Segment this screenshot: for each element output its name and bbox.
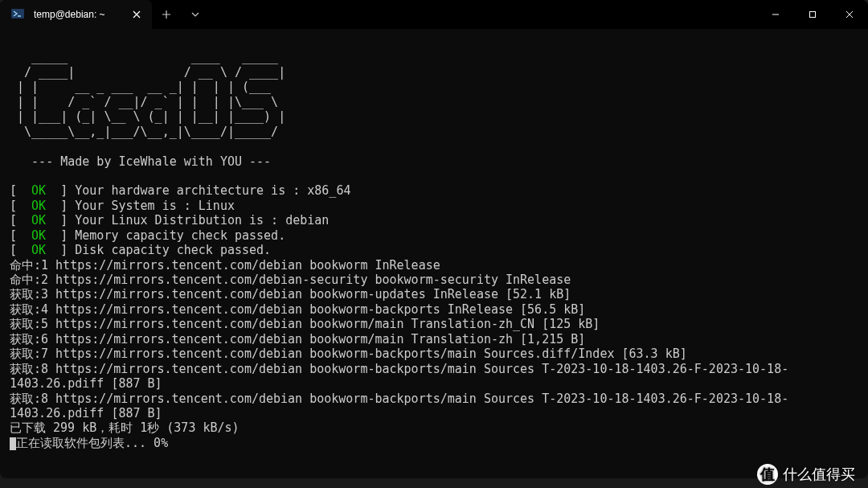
apt-line: 获取:6 https://mirrors.tencent.com/debian …: [10, 332, 585, 347]
apt-line: 获取:7 https://mirrors.tencent.com/debian …: [10, 347, 687, 361]
check-line: [ OK ] Disk capacity check passed.: [10, 243, 271, 257]
tab-dropdown-button[interactable]: [181, 0, 210, 29]
cursor: [10, 437, 16, 450]
apt-line: 正在读取软件包列表... 0%: [16, 436, 168, 450]
window-titlebar: temp@debian: ~: [0, 0, 868, 29]
apt-line: 命中:2 https://mirrors.tencent.com/debian-…: [10, 273, 571, 287]
watermark: 值 什么值得买: [757, 464, 855, 485]
svg-rect-7: [810, 12, 816, 18]
watermark-badge: 值: [757, 464, 778, 485]
new-tab-button[interactable]: [152, 0, 181, 29]
apt-line: 获取:8 https://mirrors.tencent.com/debian …: [10, 362, 788, 391]
apt-line: 获取:4 https://mirrors.tencent.com/debian …: [10, 302, 585, 317]
powershell-icon: [11, 7, 24, 23]
check-line: [ OK ] Your System is : Linux: [10, 199, 235, 213]
check-line: [ OK ] Your Linux Distribution is : debi…: [10, 213, 329, 228]
terminal-tab[interactable]: temp@debian: ~: [0, 0, 152, 29]
ascii-art: _____ ____ _____ / ____| / __ \ / ____| …: [10, 50, 285, 168]
tab-close-button[interactable]: [129, 7, 144, 22]
apt-line: 获取:8 https://mirrors.tencent.com/debian …: [10, 392, 788, 420]
maximize-button[interactable]: [794, 0, 831, 29]
tab-title: temp@debian: ~: [34, 9, 105, 20]
apt-line: 获取:3 https://mirrors.tencent.com/debian …: [10, 287, 571, 301]
apt-line: 获取:5 https://mirrors.tencent.com/debian …: [10, 317, 600, 331]
window-close-button[interactable]: [831, 0, 868, 29]
check-line: [ OK ] Memory capacity check passed.: [10, 228, 285, 243]
minimize-button[interactable]: [757, 0, 794, 29]
check-line: [ OK ] Your hardware architecture is : x…: [10, 183, 350, 198]
apt-line: 命中:1 https://mirrors.tencent.com/debian …: [10, 258, 440, 273]
apt-line: 已下载 299 kB，耗时 1秒 (373 kB/s): [10, 420, 240, 435]
terminal-window: temp@debian: ~ _____ ____ _____ / ____|: [0, 0, 868, 478]
watermark-text: 什么值得买: [783, 465, 855, 484]
terminal-content[interactable]: _____ ____ _____ / ____| / __ \ / ____| …: [0, 29, 868, 478]
